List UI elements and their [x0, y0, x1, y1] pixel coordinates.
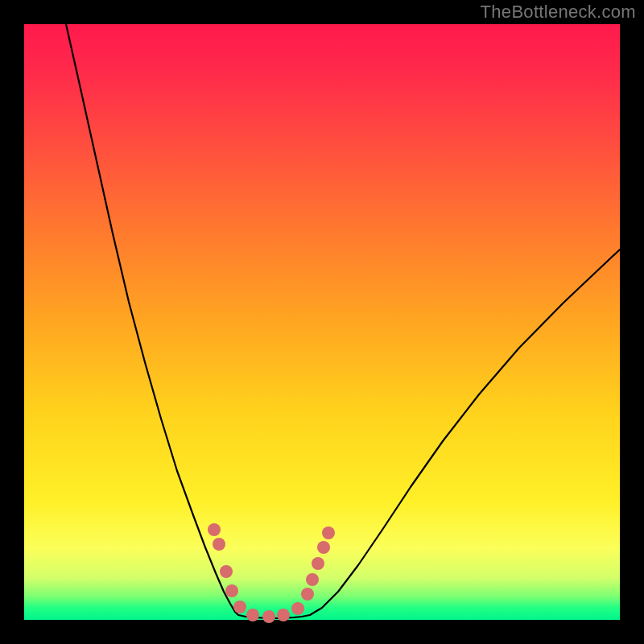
bead [213, 538, 225, 551]
beads-cluster [208, 523, 335, 623]
watermark-text: TheBottleneck.com [481, 2, 636, 23]
outer-frame: TheBottleneck.com [0, 0, 644, 644]
bead [225, 584, 238, 597]
bead [262, 610, 275, 623]
bead [291, 602, 304, 615]
bead [312, 557, 324, 570]
bead [301, 588, 314, 601]
bead [246, 609, 259, 621]
bead [306, 573, 319, 586]
v-curve [66, 24, 620, 618]
bead [277, 609, 290, 621]
bead [220, 565, 233, 578]
bead [233, 601, 246, 613]
bead [317, 541, 330, 554]
chart-svg [24, 24, 620, 620]
plot-area [24, 24, 620, 620]
bead [322, 526, 335, 539]
bead [208, 523, 221, 536]
